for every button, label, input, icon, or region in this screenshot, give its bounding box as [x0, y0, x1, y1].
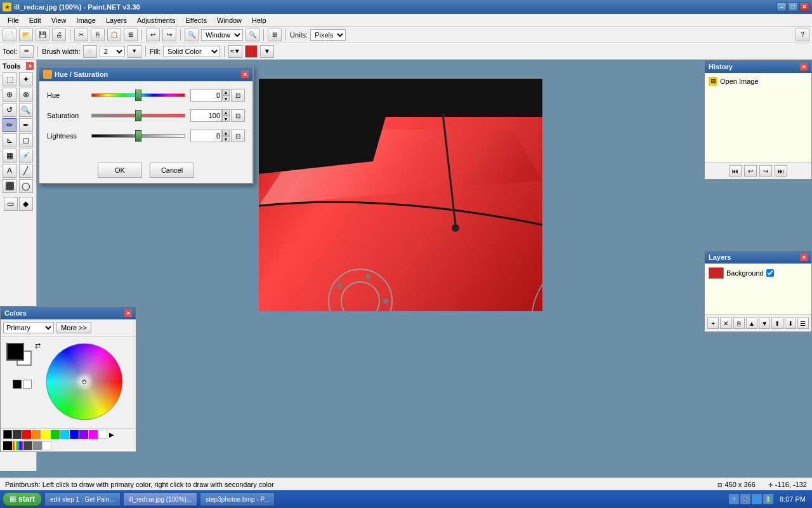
- lightness-thumb[interactable]: [135, 130, 141, 142]
- tool-text[interactable]: A: [3, 164, 16, 178]
- save-button[interactable]: 💾: [36, 29, 49, 41]
- tool-ellipse[interactable]: ◯: [19, 179, 33, 193]
- palette-b3[interactable]: [33, 441, 42, 450]
- zoom-select[interactable]: Window: [201, 29, 243, 41]
- cancel-button[interactable]: Cancel: [150, 163, 194, 178]
- palette-purple[interactable]: [79, 430, 88, 439]
- palette-black[interactable]: [3, 430, 12, 439]
- colors-mode-select[interactable]: Primary Secondary: [3, 322, 54, 333]
- palette-white[interactable]: [98, 430, 107, 439]
- palette-b4[interactable]: [43, 441, 51, 450]
- palette-b2[interactable]: [23, 441, 32, 450]
- tool-fill[interactable]: ▦: [3, 149, 16, 163]
- taskbar-item-3[interactable]: step3photoe.bmp - P...: [200, 492, 275, 506]
- lightness-reset[interactable]: ⊡: [231, 130, 245, 142]
- history-first[interactable]: ⏮: [729, 165, 742, 177]
- layer-add[interactable]: +: [707, 318, 719, 329]
- tools-close[interactable]: ✕: [26, 62, 34, 70]
- layer-move-down[interactable]: ⬇: [785, 318, 796, 329]
- redo-button[interactable]: ↪: [162, 29, 176, 41]
- tool-freeform[interactable]: ◆: [19, 197, 33, 211]
- menu-edit[interactable]: Edit: [24, 15, 46, 25]
- menu-layers[interactable]: Layers: [101, 15, 132, 25]
- undo-button[interactable]: ↩: [146, 29, 160, 41]
- tool-zoom[interactable]: 🔍: [19, 103, 33, 117]
- taskbar-item-1[interactable]: edit step 1 : Get Pain...: [44, 492, 121, 506]
- history-redo[interactable]: ↪: [759, 165, 772, 177]
- layers-close[interactable]: ✕: [800, 253, 808, 261]
- history-undo[interactable]: ↩: [744, 165, 757, 177]
- fill-select[interactable]: Solid Color: [163, 46, 220, 57]
- paste-button[interactable]: 📋: [107, 29, 121, 41]
- lightness-up[interactable]: ▲: [222, 130, 230, 136]
- palette-red[interactable]: [22, 430, 31, 439]
- colors-close[interactable]: ✕: [124, 309, 132, 317]
- tool-lasso[interactable]: ⊕: [3, 88, 16, 102]
- brush-size-expand[interactable]: ▼: [128, 45, 141, 58]
- hue-up[interactable]: ▲: [222, 89, 230, 95]
- copy-button[interactable]: ⎘: [91, 29, 105, 41]
- tool-move[interactable]: ✦: [19, 72, 33, 86]
- history-last[interactable]: ⏭: [775, 165, 787, 177]
- menu-view[interactable]: View: [46, 15, 72, 25]
- cut-button[interactable]: ✂: [74, 29, 88, 41]
- reset-primary-swatch[interactable]: [13, 380, 22, 389]
- tool-rounded-rect[interactable]: ▭: [4, 197, 18, 211]
- saturation-down[interactable]: ▼: [222, 116, 230, 122]
- reset-secondary-swatch[interactable]: [23, 380, 32, 389]
- tool-rotate[interactable]: ↺: [3, 103, 16, 117]
- units-select[interactable]: Pixels: [310, 29, 346, 41]
- swap-colors-icon[interactable]: ⇄: [35, 342, 41, 350]
- hue-reset[interactable]: ⊡: [231, 89, 245, 102]
- tool-shapes[interactable]: ⬛: [3, 179, 16, 193]
- menu-window[interactable]: Window: [212, 15, 247, 25]
- color-btn[interactable]: [245, 45, 258, 58]
- start-button[interactable]: ⊞ start: [3, 492, 42, 506]
- palette-gradient-strip[interactable]: [13, 441, 23, 450]
- layer-properties[interactable]: ☰: [797, 318, 809, 329]
- more-button[interactable]: More >>: [56, 322, 91, 333]
- palette-expand-icon[interactable]: ▶: [109, 431, 114, 438]
- saturation-up[interactable]: ▲: [222, 109, 230, 116]
- minimize-button[interactable]: –: [776, 3, 787, 11]
- menu-effects[interactable]: Effects: [181, 15, 212, 25]
- hue-input[interactable]: [190, 89, 222, 102]
- palette-orange[interactable]: [32, 430, 41, 439]
- menu-file[interactable]: File: [3, 15, 24, 25]
- tray-icon-1[interactable]: ?: [729, 494, 739, 504]
- ok-button[interactable]: OK: [98, 163, 142, 178]
- tray-icon-4[interactable]: 🔋: [763, 494, 773, 504]
- tool-color-picker[interactable]: 💉: [19, 149, 33, 163]
- dialog-close-button[interactable]: ✕: [241, 70, 249, 78]
- tool-pencil[interactable]: ✏: [3, 118, 16, 132]
- palette-cyan[interactable]: [60, 430, 69, 439]
- help-button[interactable]: ?: [796, 29, 809, 41]
- brush-size-select[interactable]: 2: [100, 46, 125, 57]
- palette-yellow[interactable]: [41, 430, 50, 439]
- history-close[interactable]: ✕: [800, 63, 808, 70]
- color-arrow[interactable]: ▼: [260, 45, 274, 58]
- print-button[interactable]: 🖨: [52, 29, 66, 41]
- tray-icon-3[interactable]: 🌐: [752, 494, 762, 504]
- menu-help[interactable]: Help: [247, 15, 272, 25]
- tool-clone[interactable]: ⊾: [3, 133, 16, 147]
- grid-button[interactable]: ⊞: [268, 29, 282, 41]
- lightness-down[interactable]: ▼: [222, 136, 230, 142]
- saturation-reset[interactable]: ⊡: [231, 109, 245, 122]
- layer-visibility-checkbox[interactable]: [766, 269, 774, 277]
- maximize-button[interactable]: □: [788, 3, 798, 11]
- zoom-out-button[interactable]: 🔍: [185, 29, 199, 41]
- saturation-input[interactable]: [190, 109, 222, 122]
- paste2-button[interactable]: ⊞: [124, 29, 138, 41]
- hue-thumb[interactable]: [135, 90, 141, 101]
- hue-down[interactable]: ▼: [222, 95, 230, 102]
- palette-dark[interactable]: [13, 430, 22, 439]
- primary-color-swatch[interactable]: [6, 343, 24, 361]
- tool-magic-wand[interactable]: ⊗: [19, 88, 33, 102]
- menu-image[interactable]: Image: [71, 15, 101, 25]
- layer-move-up[interactable]: ⬆: [771, 318, 783, 329]
- tool-eraser[interactable]: ◻: [19, 133, 33, 147]
- car-canvas[interactable]: [259, 79, 542, 311]
- tool-brush[interactable]: ✒: [19, 118, 33, 132]
- layer-duplicate[interactable]: ⎘: [733, 318, 745, 329]
